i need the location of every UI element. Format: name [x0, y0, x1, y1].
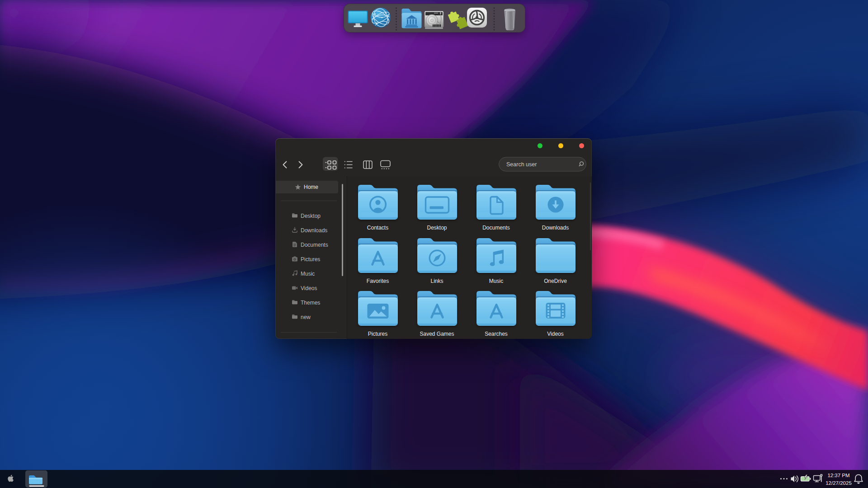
svg-text:Search user: Search user — [506, 161, 537, 168]
svg-text:12/27/2025: 12/27/2025 — [826, 480, 852, 486]
svg-text:12:37 PM: 12:37 PM — [827, 473, 849, 478]
